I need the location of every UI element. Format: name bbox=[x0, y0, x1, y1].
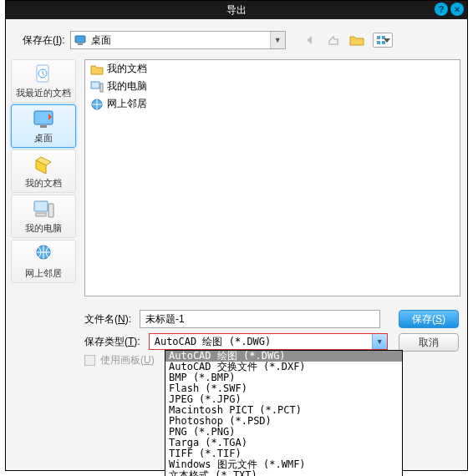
folder-icon bbox=[90, 63, 104, 76]
file-list-panel[interactable]: 我的文档 我的电脑 网上邻居 bbox=[84, 59, 460, 296]
chevron-down-icon: ▼ bbox=[372, 334, 387, 349]
use-artboards-label: 使用画板(U) bbox=[100, 353, 155, 367]
svg-rect-5 bbox=[382, 41, 385, 44]
filetype-dropdown-list[interactable]: AutoCAD 绘图 (*.DWG)AutoCAD 交换文件 (*.DXF)BM… bbox=[165, 350, 403, 476]
filetype-combo[interactable]: AutoCAD 绘图 (*.DWG) ▼ bbox=[149, 333, 388, 350]
documents-icon bbox=[32, 154, 55, 175]
svg-rect-9 bbox=[40, 125, 47, 128]
view-menu-button[interactable] bbox=[373, 33, 393, 48]
desktop-large-icon bbox=[32, 109, 55, 130]
svg-rect-14 bbox=[91, 82, 99, 89]
sidebar-item-recent[interactable]: 我最近的文档 bbox=[11, 59, 76, 103]
titlebar: 导出 ? × bbox=[6, 1, 467, 19]
filetype-value: AutoCAD 绘图 (*.DWG) bbox=[150, 335, 372, 349]
list-item[interactable]: 网上邻居 bbox=[85, 95, 460, 113]
list-item[interactable]: 我的电脑 bbox=[85, 78, 460, 95]
svg-rect-15 bbox=[100, 84, 103, 92]
recent-docs-icon bbox=[32, 63, 55, 85]
chevron-down-icon: ▼ bbox=[270, 32, 285, 48]
desktop-icon bbox=[74, 34, 86, 46]
computer-small-icon bbox=[90, 80, 104, 94]
sidebar-item-computer[interactable]: 我的电脑 bbox=[11, 195, 76, 238]
svg-rect-1 bbox=[78, 43, 83, 45]
help-button[interactable]: ? bbox=[435, 3, 448, 16]
sidebar-item-network[interactable]: 网上邻居 bbox=[11, 240, 76, 283]
places-sidebar: 我最近的文档 桌面 我的文档 我的电脑 bbox=[11, 59, 79, 285]
svg-rect-0 bbox=[75, 36, 85, 43]
list-item[interactable]: 我的文档 bbox=[85, 60, 460, 78]
new-folder-icon[interactable] bbox=[349, 33, 364, 48]
filename-input[interactable] bbox=[140, 310, 380, 328]
save-in-label: 保存在(I): bbox=[23, 33, 65, 48]
cancel-button[interactable]: 取消 bbox=[399, 333, 459, 352]
svg-rect-2 bbox=[377, 36, 380, 39]
save-in-value: 桌面 bbox=[89, 33, 270, 48]
dialog-content: 保存在(I): 桌面 ▼ bbox=[6, 19, 467, 470]
computer-icon bbox=[32, 199, 55, 220]
filetype-label: 保存类型(T): bbox=[84, 335, 140, 349]
save-button[interactable]: 保存(S) bbox=[399, 310, 459, 328]
use-artboards-checkbox bbox=[84, 355, 95, 366]
filename-label: 文件名(N): bbox=[84, 312, 131, 327]
network-small-icon bbox=[90, 98, 104, 111]
filetype-option[interactable]: 文本格式 (*.TXT) bbox=[165, 470, 402, 476]
svg-rect-10 bbox=[34, 201, 48, 211]
dialog-title: 导出 bbox=[226, 3, 247, 18]
close-button[interactable]: × bbox=[450, 3, 464, 16]
svg-rect-11 bbox=[48, 204, 53, 217]
export-dialog: 导出 ? × 保存在(I): 桌面 ▼ bbox=[5, 0, 468, 471]
network-icon bbox=[32, 244, 55, 266]
sidebar-item-desktop[interactable]: 桌面 bbox=[11, 104, 76, 148]
svg-rect-12 bbox=[36, 213, 46, 216]
svg-rect-3 bbox=[382, 36, 385, 39]
save-in-combo[interactable]: 桌面 ▼ bbox=[70, 31, 286, 49]
svg-rect-4 bbox=[377, 41, 380, 44]
sidebar-item-documents[interactable]: 我的文档 bbox=[11, 149, 76, 193]
back-icon[interactable] bbox=[303, 33, 318, 48]
up-one-level-icon[interactable] bbox=[326, 33, 341, 48]
